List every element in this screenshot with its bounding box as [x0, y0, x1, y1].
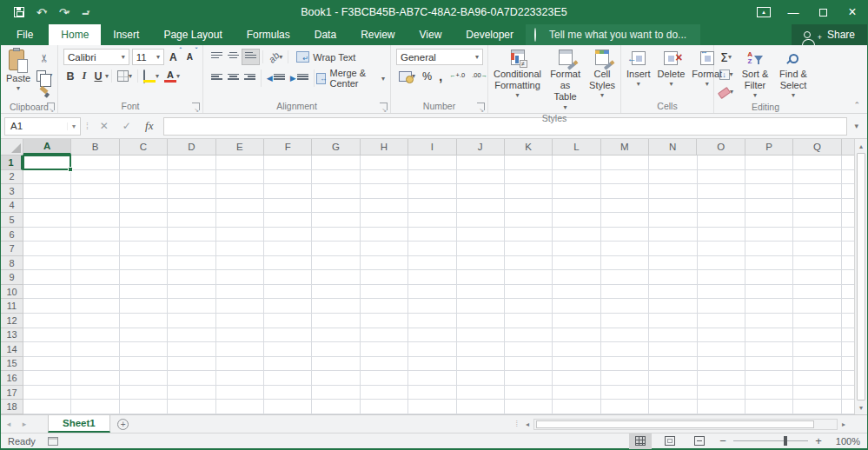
row-header-5[interactable]: 5: [1, 213, 23, 228]
autosum-button[interactable]: Σ▾: [716, 49, 736, 65]
row-header-12[interactable]: 12: [1, 314, 23, 328]
wrap-text-button[interactable]: Wrap Text: [296, 51, 355, 63]
scroll-down-arrow[interactable]: ▾: [855, 400, 867, 414]
cancel-button[interactable]: ✕: [94, 117, 115, 136]
merge-center-button[interactable]: Merge & Center▾: [316, 68, 385, 89]
delete-cells-button[interactable]: × Delete▾: [654, 48, 689, 90]
row-header-4[interactable]: 4: [1, 199, 23, 214]
format-as-table-button[interactable]: Format as Table▾: [545, 48, 586, 113]
tab-developer[interactable]: Developer: [454, 24, 526, 45]
orientation-button[interactable]: ab▾: [266, 49, 285, 65]
cut-button[interactable]: ✂: [34, 50, 55, 66]
percent-style-button[interactable]: %: [420, 68, 434, 84]
column-header-P[interactable]: P: [745, 139, 793, 155]
font-dialog-launcher[interactable]: [192, 103, 200, 110]
column-header-G[interactable]: G: [312, 139, 360, 155]
sheet-nav-next-button[interactable]: ▸: [17, 415, 32, 433]
row-header-8[interactable]: 8: [1, 256, 23, 271]
zoom-slider-track[interactable]: [733, 440, 808, 441]
column-header-N[interactable]: N: [649, 139, 697, 155]
page-layout-view-button[interactable]: [659, 433, 681, 449]
close-button[interactable]: ×: [838, 0, 867, 24]
redo-caret-icon[interactable]: ▾: [67, 9, 70, 16]
select-all-button[interactable]: [1, 139, 23, 155]
alignment-dialog-launcher[interactable]: [380, 103, 388, 110]
new-sheet-button[interactable]: +: [110, 415, 136, 433]
fill-handle[interactable]: [68, 167, 73, 172]
number-format-combo[interactable]: General▾: [396, 49, 483, 65]
normal-view-button[interactable]: [629, 433, 652, 449]
column-header-M[interactable]: M: [601, 139, 649, 155]
column-header-B[interactable]: B: [71, 139, 119, 155]
align-left-button[interactable]: [209, 70, 225, 87]
share-button[interactable]: + Share: [792, 24, 867, 45]
vertical-scrollbar[interactable]: ▴ ▾: [854, 139, 867, 414]
customize-qat-button[interactable]: ▬▾: [77, 3, 96, 22]
cell-styles-button[interactable]: Cell Styles▾: [586, 48, 619, 102]
row-header-9[interactable]: 9: [1, 270, 23, 285]
cell-selection-A1[interactable]: [23, 155, 71, 170]
column-header-partial[interactable]: [842, 139, 854, 155]
decrease-decimal-button[interactable]: .00→: [469, 68, 490, 84]
horizontal-scrollbar[interactable]: ◂ ▸: [521, 415, 850, 433]
row-header-16[interactable]: 16: [1, 371, 23, 386]
column-header-L[interactable]: L: [553, 139, 600, 155]
column-header-J[interactable]: J: [457, 139, 505, 155]
page-break-view-button[interactable]: [688, 433, 711, 449]
paste-button[interactable]: Paste ▾: [3, 48, 34, 95]
zoom-out-button[interactable]: −: [718, 434, 728, 447]
row-header-7[interactable]: 7: [1, 242, 23, 256]
format-painter-button[interactable]: [34, 84, 55, 101]
tab-formulas[interactable]: Formulas: [235, 24, 302, 45]
row-header-3[interactable]: 3: [1, 184, 23, 199]
column-header-H[interactable]: H: [361, 139, 408, 155]
row-header-10[interactable]: 10: [1, 285, 23, 300]
save-button[interactable]: [10, 3, 29, 22]
column-header-C[interactable]: C: [120, 139, 168, 155]
copy-button[interactable]: ▾: [34, 67, 55, 83]
scroll-left-arrow[interactable]: ◂: [521, 420, 533, 428]
scroll-right-arrow[interactable]: ▸: [838, 420, 850, 428]
align-right-button[interactable]: [242, 70, 258, 87]
fill-button[interactable]: ↓▾: [716, 66, 736, 83]
clear-button[interactable]: ▾: [716, 83, 736, 100]
undo-caret-icon[interactable]: ▾: [44, 9, 48, 16]
align-center-button[interactable]: [225, 70, 242, 87]
zoom-slider-thumb[interactable]: [784, 436, 787, 446]
tab-page-layout[interactable]: Page Layout: [151, 24, 234, 45]
accounting-format-button[interactable]: ▾: [396, 68, 418, 84]
row-header-13[interactable]: 13: [1, 328, 23, 343]
column-header-Q[interactable]: Q: [793, 139, 841, 155]
undo-button[interactable]: ↶▾: [32, 3, 51, 22]
row-header-15[interactable]: 15: [1, 357, 23, 372]
clipboard-dialog-launcher[interactable]: [47, 103, 55, 110]
bold-button[interactable]: B: [63, 68, 77, 84]
column-header-D[interactable]: D: [168, 139, 215, 155]
column-header-K[interactable]: K: [505, 139, 553, 155]
decrease-font-size-button[interactable]: Aˇ: [184, 49, 197, 65]
increase-font-size-button[interactable]: Aˆ: [167, 49, 182, 65]
insert-cells-button[interactable]: ← Insert▾: [623, 48, 654, 90]
row-header-11[interactable]: 11: [1, 299, 23, 314]
restore-button[interactable]: [808, 0, 838, 24]
underline-button[interactable]: U: [91, 68, 105, 84]
decrease-indent-button[interactable]: ◀: [264, 70, 288, 87]
tab-view[interactable]: View: [407, 24, 454, 45]
sort-filter-button[interactable]: AZ Sort & Filter▾: [736, 48, 774, 102]
minimize-button[interactable]: —: [779, 0, 808, 24]
row-header-6[interactable]: 6: [1, 228, 23, 242]
top-align-button[interactable]: [209, 49, 225, 65]
underline-caret-icon[interactable]: ▾: [105, 72, 109, 80]
scroll-up-arrow[interactable]: ▴: [855, 139, 867, 153]
borders-button[interactable]: ▾: [115, 68, 135, 84]
find-select-button[interactable]: Find & Select▾: [774, 48, 812, 102]
italic-button[interactable]: I: [77, 68, 91, 84]
horizontal-scroll-thumb[interactable]: [536, 420, 814, 428]
increase-indent-button[interactable]: ▶: [288, 70, 311, 87]
sheet-nav-prev-button[interactable]: ◂: [1, 415, 17, 433]
font-name-combo[interactable]: Calibri▾: [63, 49, 129, 65]
vertical-scroll-thumb[interactable]: [857, 153, 865, 400]
column-header-I[interactable]: I: [408, 139, 456, 155]
tab-home[interactable]: Home: [49, 24, 101, 45]
horizontal-scroll-track[interactable]: [533, 419, 838, 430]
